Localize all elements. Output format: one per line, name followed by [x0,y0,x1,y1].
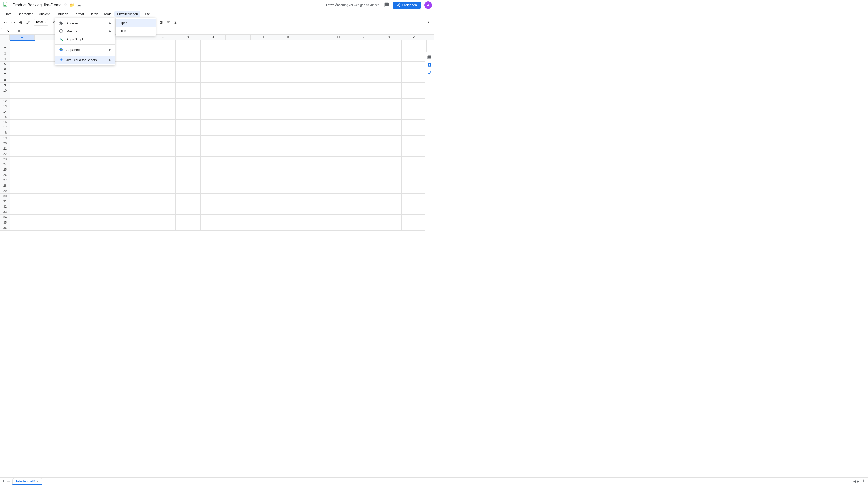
cell-O36[interactable] [376,225,402,231]
cell-G4[interactable] [176,56,201,62]
cell-C22[interactable] [65,151,95,156]
cell-P24[interactable] [402,162,427,167]
cell-F30[interactable] [150,194,176,199]
cell-M27[interactable] [326,178,351,183]
cell-F15[interactable] [150,114,176,120]
cell-L5[interactable] [301,62,326,67]
menu-hilfe[interactable]: Hilfe [141,11,152,17]
cell-H14[interactable] [201,109,226,114]
cell-K35[interactable] [276,220,301,225]
cell-H18[interactable] [201,130,226,136]
cell-M3[interactable] [326,51,351,56]
cell-D30[interactable] [95,194,125,199]
cell-P10[interactable] [402,88,427,93]
cell-N11[interactable] [351,93,376,98]
cell-F35[interactable] [150,220,176,225]
extensions-jira-item[interactable]: Jira Cloud for Sheets ▶ [55,56,115,64]
cell-C10[interactable] [65,88,95,93]
cell-G35[interactable] [176,220,201,225]
cell-A18[interactable] [10,130,35,136]
cell-N29[interactable] [351,188,376,194]
cell-D19[interactable] [95,136,125,141]
cell-K27[interactable] [276,178,301,183]
cell-K6[interactable] [276,67,301,72]
cell-O28[interactable] [376,183,402,188]
cell-N21[interactable] [351,146,376,151]
cell-P11[interactable] [402,93,427,98]
cell-N6[interactable] [351,67,376,72]
cell-M30[interactable] [326,194,351,199]
cell-H20[interactable] [201,141,226,146]
cell-I8[interactable] [226,78,251,83]
cell-I33[interactable] [226,209,251,215]
cell-F19[interactable] [150,136,176,141]
cell-D33[interactable] [95,209,125,215]
cell-J34[interactable] [251,215,276,220]
cell-I15[interactable] [226,114,251,120]
cell-L21[interactable] [301,146,326,151]
cell-F14[interactable] [150,109,176,114]
cell-N14[interactable] [351,109,376,114]
cell-P4[interactable] [402,56,427,62]
cell-L34[interactable] [301,215,326,220]
menu-datei[interactable]: Datei [2,11,14,17]
cell-O5[interactable] [376,62,402,67]
cell-C16[interactable] [65,120,95,125]
cell-L14[interactable] [301,109,326,114]
cell-J29[interactable] [251,188,276,194]
cell-E2[interactable] [125,46,150,51]
cell-C27[interactable] [65,178,95,183]
cell-D29[interactable] [95,188,125,194]
cell-L1[interactable] [301,40,326,46]
cell-E3[interactable] [125,51,150,56]
cell-N12[interactable] [351,98,376,104]
cell-J6[interactable] [251,67,276,72]
row-num-22[interactable]: 22 [0,151,10,156]
cell-F21[interactable] [150,146,176,151]
cell-E10[interactable] [125,88,150,93]
cell-O15[interactable] [376,114,402,120]
cell-O4[interactable] [376,56,402,62]
cell-K4[interactable] [276,56,301,62]
cell-A5[interactable] [10,62,35,67]
cell-J15[interactable] [251,114,276,120]
cell-D21[interactable] [95,146,125,151]
col-header-o[interactable]: O [376,35,401,40]
row-num-13[interactable]: 13 [0,104,10,109]
cell-M26[interactable] [326,172,351,178]
cell-J30[interactable] [251,194,276,199]
cell-B36[interactable] [35,225,65,231]
cell-I4[interactable] [226,56,251,62]
sum-button[interactable]: Σ [172,19,179,26]
cell-H25[interactable] [201,167,226,172]
cell-I24[interactable] [226,162,251,167]
cell-I18[interactable] [226,130,251,136]
cell-I28[interactable] [226,183,251,188]
col-header-l[interactable]: L [301,35,326,40]
cell-E36[interactable] [125,225,150,231]
cell-H35[interactable] [201,220,226,225]
row-num-28[interactable]: 28 [0,183,10,188]
cell-P6[interactable] [402,67,427,72]
cell-P26[interactable] [402,172,427,178]
cell-B26[interactable] [35,172,65,178]
cell-P30[interactable] [402,194,427,199]
cell-N16[interactable] [351,120,376,125]
row-num-1[interactable]: 1 [0,40,10,46]
cell-G3[interactable] [176,51,201,56]
cell-L29[interactable] [301,188,326,194]
cell-K13[interactable] [276,104,301,109]
cell-A9[interactable] [10,83,35,88]
cell-J20[interactable] [251,141,276,146]
cell-N28[interactable] [351,183,376,188]
cell-M11[interactable] [326,93,351,98]
cell-P9[interactable] [402,83,427,88]
cell-O33[interactable] [376,209,402,215]
cell-B13[interactable] [35,104,65,109]
cell-K21[interactable] [276,146,301,151]
cell-I1[interactable] [226,40,251,46]
cell-J28[interactable] [251,183,276,188]
cell-J2[interactable] [251,46,276,51]
cell-G12[interactable] [176,98,201,104]
cell-H11[interactable] [201,93,226,98]
